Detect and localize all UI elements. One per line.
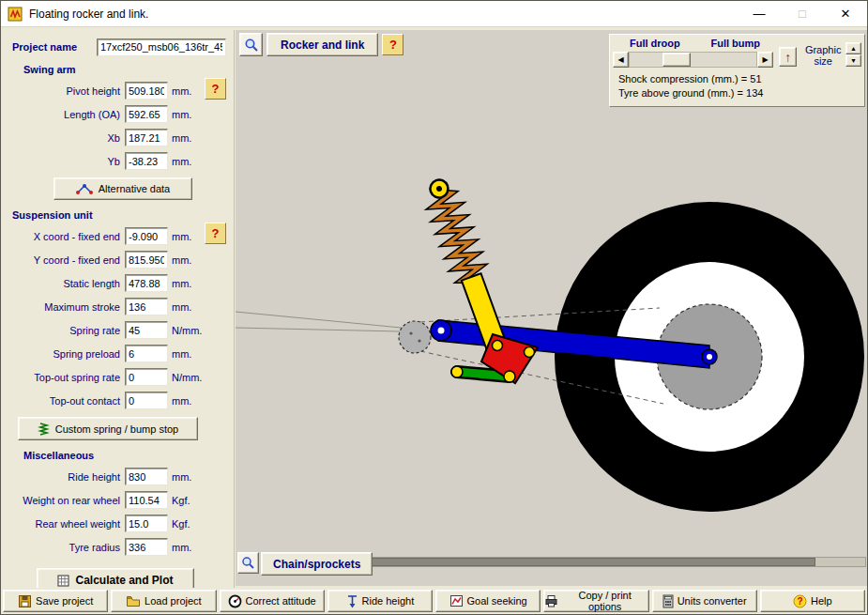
chain-sprockets-header: Chain/sprockets: [237, 552, 373, 576]
graphic-size-down-button[interactable]: ▼: [845, 54, 861, 67]
field-row: Top-out contact mm.: [5, 389, 234, 412]
maximum-stroke-label: Maximum stroke: [8, 301, 125, 313]
spring-preload-label: Spring preload: [8, 348, 125, 360]
tyre-radius-input[interactable]: [125, 538, 168, 556]
topout-contact-input[interactable]: [125, 392, 168, 409]
canvas-scrollbar-thumb[interactable]: [368, 558, 815, 566]
y-coord-input[interactable]: [125, 251, 168, 269]
swing-arm-header: Swing arm: [5, 60, 234, 79]
unit-label: mm.: [168, 132, 191, 144]
scroll-right-button[interactable]: ▶: [757, 52, 773, 68]
view-header: Rocker and link ?: [239, 33, 404, 56]
help-label: Help: [811, 595, 832, 607]
save-project-label: Save project: [36, 595, 93, 607]
field-row: Static length mm.: [5, 271, 234, 295]
help-icon: ?: [793, 594, 807, 608]
full-bump-label: Full bump: [711, 38, 761, 52]
graphic-size-label: Graphic size: [802, 44, 844, 67]
units-converter-label: Units converter: [678, 595, 747, 607]
weight-rear-wheel-label: Weight on rear wheel: [8, 495, 125, 506]
magnifier-icon: [241, 556, 255, 570]
unit-label: mm.: [168, 109, 191, 120]
pivot-height-label: Pivot height: [8, 85, 125, 97]
topout-spring-rate-label: Top-out spring rate: [8, 372, 125, 383]
weight-rear-wheel-input[interactable]: [125, 491, 168, 509]
correct-attitude-button[interactable]: Correct attitude: [220, 590, 325, 612]
field-row: Yb mm.: [5, 149, 234, 173]
xb-input[interactable]: [125, 129, 168, 146]
maximize-button[interactable]: □: [781, 1, 824, 26]
save-project-button[interactable]: Save project: [3, 590, 108, 612]
spring-rate-input[interactable]: [125, 321, 168, 339]
travel-scrollbar[interactable]: ◀ ▶: [613, 52, 773, 68]
correct-attitude-label: Correct attitude: [246, 595, 316, 607]
ride-height-input[interactable]: [125, 468, 168, 485]
length-oa-label: Length (OA): [8, 109, 125, 120]
unit-label: mm.: [168, 542, 191, 553]
field-row: Xb mm.: [5, 126, 234, 149]
rear-wheel-weight-input[interactable]: [125, 515, 168, 532]
unit-label: mm.: [168, 348, 191, 360]
alternative-data-button[interactable]: Alternative data: [53, 177, 192, 200]
ride-height-icon: [346, 594, 358, 608]
load-project-label: Load project: [145, 595, 202, 607]
scrollbar-track[interactable]: [629, 52, 757, 68]
ride-height-button[interactable]: Ride height: [327, 590, 433, 612]
close-button[interactable]: ✕: [824, 1, 867, 26]
copy-print-button[interactable]: Copy / print options: [543, 590, 648, 612]
topout-spring-rate-input[interactable]: [125, 368, 168, 386]
load-project-button[interactable]: Load project: [111, 590, 216, 612]
custom-spring-button[interactable]: Custom spring / bump stop: [18, 417, 198, 440]
linkage-icon: [76, 183, 93, 195]
unit-label: Kgf.: [168, 495, 190, 506]
view-help-button[interactable]: ?: [382, 34, 404, 55]
static-length-input[interactable]: [125, 274, 168, 292]
field-row: X coord - fixed end mm.: [5, 224, 234, 248]
goal-seeking-button[interactable]: Goal seeking: [435, 590, 541, 612]
x-coord-label: X coord - fixed end: [8, 231, 125, 242]
goal-seeking-label: Goal seeking: [467, 595, 527, 607]
project-name-label: Project name: [12, 41, 97, 53]
zoom-rocker-button[interactable]: [239, 33, 263, 56]
pivot-height-input[interactable]: [125, 82, 168, 100]
scrollbar-thumb[interactable]: [662, 53, 691, 67]
scroll-left-button[interactable]: ◀: [613, 52, 629, 68]
maximum-stroke-input[interactable]: [125, 298, 168, 315]
input-panel: Project name Swing arm ? Pivot height mm…: [5, 30, 235, 590]
help-button[interactable]: ? Help: [760, 590, 865, 612]
x-coord-input[interactable]: [125, 227, 168, 245]
graphic-size-up-button[interactable]: ▲: [845, 42, 861, 54]
full-droop-label: Full droop: [630, 38, 680, 52]
static-length-label: Static length: [8, 278, 125, 289]
custom-spring-label: Custom spring / bump stop: [55, 423, 178, 435]
swing-arm-help-button[interactable]: ?: [205, 78, 226, 100]
y-coord-label: Y coord - fixed end: [8, 254, 125, 266]
full-bump-jump-button[interactable]: ↑: [779, 47, 797, 67]
yb-input[interactable]: [125, 152, 168, 170]
field-row: Weight on rear wheel Kgf.: [5, 488, 234, 512]
units-converter-button[interactable]: Units converter: [652, 590, 757, 612]
project-name-input[interactable]: [97, 38, 226, 56]
project-name-row: Project name: [5, 36, 234, 58]
suspension-unit-header: Suspension unit: [5, 206, 234, 224]
alternative-data-label: Alternative data: [99, 183, 170, 194]
suspension-diagram: [236, 30, 868, 559]
front-sprocket: [399, 321, 431, 353]
field-row: Spring rate N/mm.: [5, 318, 234, 342]
tyre-radius-label: Tyre radius: [8, 542, 125, 553]
rear-wheel-weight-label: Rear wheel weight: [8, 518, 125, 530]
length-oa-input[interactable]: [125, 105, 168, 123]
field-row: Tyre radius mm.: [5, 535, 234, 559]
ride-height-label: Ride height: [8, 471, 125, 483]
calculator-icon: [662, 594, 674, 608]
suspension-help-button[interactable]: ?: [205, 223, 226, 244]
canvas-horizontal-scrollbar[interactable]: [367, 557, 866, 567]
unit-label: N/mm.: [168, 325, 202, 336]
spring-preload-input[interactable]: [125, 345, 168, 362]
spring-rate-label: Spring rate: [8, 325, 125, 336]
zoom-chain-button[interactable]: [237, 552, 259, 574]
yb-label: Yb: [8, 156, 125, 167]
copy-print-label: Copy / print options: [562, 590, 648, 612]
droop-bump-labels: Full droop Full bump: [613, 38, 773, 52]
minimize-button[interactable]: —: [738, 1, 781, 26]
